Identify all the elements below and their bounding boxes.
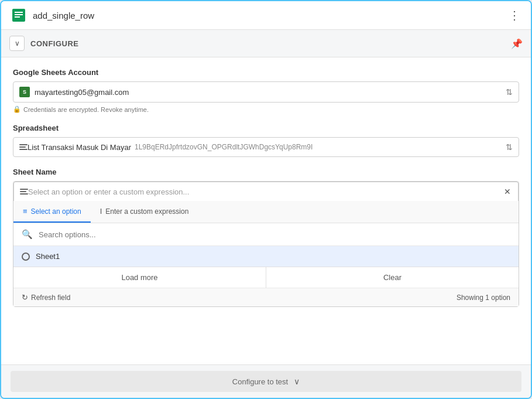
google-account-label: Google Sheets Account <box>13 68 519 77</box>
svg-rect-3 <box>15 14 23 15</box>
search-box: 🔍 <box>13 223 519 246</box>
bottom-bar: Configure to test ∨ <box>1 364 531 398</box>
pin-icon[interactable]: 📌 <box>511 38 523 49</box>
google-sheets-icon: S <box>19 87 30 97</box>
list-tab-icon: ≡ <box>23 207 28 216</box>
sheet-name-placeholder: Select an option or enter a custom expre… <box>28 187 505 196</box>
chevron-down-icon: ∨ <box>294 377 300 386</box>
main-content: Google Sheets Account S mayartesting05@g… <box>1 57 531 364</box>
svg-rect-4 <box>15 16 20 18</box>
sheet-name-select[interactable]: Select an option or enter a custom expre… <box>13 182 519 201</box>
google-account-value: mayartesting05@gmail.com <box>35 88 506 97</box>
chevron-down-icon: ∨ <box>15 39 20 47</box>
google-account-select[interactable]: S mayartesting05@gmail.com ⇅ <box>13 81 519 103</box>
tab-select-option[interactable]: ≡ Select an option <box>13 201 91 223</box>
search-icon: 🔍 <box>22 229 33 240</box>
configure-label: CONFIGURE <box>30 39 79 48</box>
spreadsheet-label: Spreadsheet <box>13 124 519 132</box>
list-icon-2 <box>20 189 28 195</box>
svg-rect-2 <box>15 12 23 13</box>
dropdown-footer: ↻ Refresh field Showing 1 option <box>13 288 519 306</box>
sheets-logo-icon <box>11 7 27 23</box>
close-dropdown-button[interactable]: ✕ <box>501 185 514 198</box>
showing-text: Showing 1 option <box>457 294 510 302</box>
load-more-button[interactable]: Load more <box>13 267 266 288</box>
refresh-icon: ↻ <box>22 293 28 302</box>
spreadsheet-value: List Transaksi Masuk Di Mayar 1L9BqERdJp… <box>28 143 506 152</box>
google-account-field: Google Sheets Account S mayartesting05@g… <box>13 68 519 113</box>
spreadsheet-field: Spreadsheet List Transaksi Masuk Di Maya… <box>13 124 519 157</box>
sheet-name-field: Sheet Name Select an option or enter a c… <box>13 168 519 307</box>
panel-title: add_single_row <box>33 11 94 21</box>
lock-icon: 🔒 <box>13 105 21 113</box>
clear-button[interactable]: Clear <box>266 267 519 288</box>
list-icon <box>19 144 28 150</box>
main-panel: add_single_row ⋮ ∨ CONFIGURE 📌 Google Sh… <box>0 0 532 399</box>
dropdown-actions: Load more Clear <box>13 267 519 288</box>
account-hint: 🔒 Credentials are encrypted. Revoke anyt… <box>13 105 519 113</box>
options-list: Sheet1 <box>13 246 519 267</box>
configure-bar: ∨ CONFIGURE 📌 <box>1 30 531 57</box>
radio-icon <box>22 253 30 261</box>
dropdown-tabs: ≡ Select an option I Enter a custom expr… <box>13 201 519 223</box>
option-label: Sheet1 <box>36 252 60 261</box>
menu-icon[interactable]: ⋮ <box>509 8 521 22</box>
spreadsheet-id: 1L9BqERdJpfrtdzovGN_OPGRdltJGWhDgcsYqUp8… <box>135 143 313 151</box>
option-sheet1[interactable]: Sheet1 <box>13 246 519 267</box>
configure-test-button[interactable]: Configure to test ∨ <box>11 371 521 392</box>
sheet-name-label: Sheet Name <box>13 168 519 176</box>
panel-header: add_single_row ⋮ <box>1 1 531 30</box>
tab-custom-expression[interactable]: I Enter a custom expression <box>91 201 198 223</box>
expand-icon: ⇅ <box>506 87 513 97</box>
spreadsheet-name: List Transaksi Masuk Di Mayar <box>28 143 131 152</box>
spreadsheet-select[interactable]: List Transaksi Masuk Di Mayar 1L9BqERdJp… <box>13 137 519 157</box>
header-left: add_single_row <box>11 7 94 23</box>
collapse-button[interactable]: ∨ <box>9 36 25 51</box>
refresh-button[interactable]: ↻ Refresh field <box>22 293 70 302</box>
search-input[interactable] <box>39 230 510 239</box>
sheet-name-dropdown: Select an option or enter a custom expre… <box>13 181 519 307</box>
configure-left: ∨ CONFIGURE <box>9 36 79 51</box>
expand-icon-2: ⇅ <box>506 142 513 152</box>
expression-tab-icon: I <box>100 207 102 216</box>
